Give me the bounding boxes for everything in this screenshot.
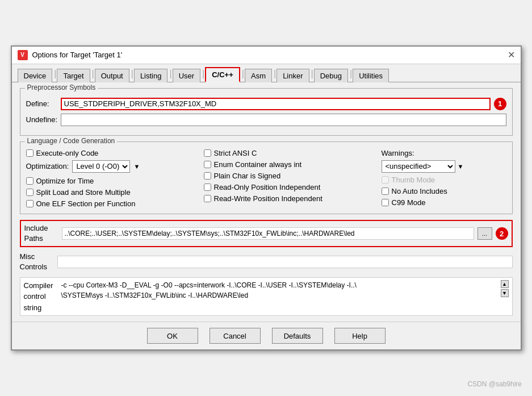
optimization-select[interactable]: Level 0 (-O0) [72, 160, 130, 173]
preprocessor-group: Preprocessor Symbols Define: 1 Undefine: [20, 88, 513, 136]
read-only-pos-checkbox[interactable] [204, 184, 211, 191]
plain-char-label: Plain Char is Signed [214, 172, 281, 180]
ok-button[interactable]: OK [147, 328, 198, 344]
misc-controls-section: MiscControls [20, 252, 513, 272]
plain-char-row: Plain Char is Signed [204, 172, 382, 180]
execute-only-row: Execute-only Code [26, 149, 204, 157]
no-auto-includes-row: No Auto Includes [382, 187, 506, 195]
thumb-mode-row: Thumb Mode [382, 176, 506, 184]
c99-mode-checkbox[interactable] [382, 199, 389, 206]
read-write-pos-label: Read-Write Position Independent [214, 194, 322, 203]
content-area: Preprocessor Symbols Define: 1 Undefine:… [12, 82, 521, 322]
cancel-button[interactable]: Cancel [210, 328, 261, 344]
include-paths-browse-button[interactable]: ... [477, 227, 492, 240]
tab-cpp[interactable]: C/C++ [205, 67, 240, 82]
compiler-line1: -c --cpu Cortex-M3 -D__EVAL -g -O0 --apc… [61, 280, 497, 290]
tab-listing[interactable]: Listing [134, 69, 168, 82]
lang-col-3: Warnings: <unspecified> ▼ Thumb Mode [382, 149, 506, 208]
no-auto-includes-checkbox[interactable] [382, 187, 389, 195]
tab-bar: Device | Target | Output | Listing | Use… [12, 64, 521, 82]
optimization-row: Optimization: Level 0 (-O0) ▼ [26, 160, 204, 173]
split-load-row: Split Load and Store Multiple [26, 188, 204, 197]
lang-col-2: Strict ANSI C Enum Container always int … [204, 149, 382, 208]
strict-ansi-row: Strict ANSI C [204, 149, 382, 157]
app-icon: V [18, 50, 28, 60]
tab-device[interactable]: Device [18, 69, 53, 82]
language-group: Language / Code Generation Execute-only … [20, 141, 513, 214]
language-group-title: Language / Code Generation [25, 137, 118, 145]
include-paths-label: IncludePaths [24, 223, 58, 244]
include-paths-input[interactable] [62, 227, 474, 240]
plain-char-checkbox[interactable] [204, 172, 211, 180]
one-elf-row: One ELF Section per Function [26, 199, 204, 208]
enum-container-row: Enum Container always int [204, 160, 382, 169]
tab-output[interactable]: Output [95, 69, 129, 82]
dialog-title: Options for Target 'Target 1' [32, 51, 123, 59]
compiler-scroll: ▲ ▼ [501, 280, 509, 297]
enum-container-label: Enum Container always int [214, 160, 302, 169]
split-load-checkbox[interactable] [26, 189, 33, 196]
c99-mode-label: C99 Mode [392, 198, 426, 207]
compiler-scroll-down[interactable]: ▼ [501, 289, 509, 297]
badge-2: 2 [496, 227, 508, 240]
undefine-input[interactable] [61, 114, 506, 126]
thumb-mode-checkbox[interactable] [382, 176, 389, 184]
dialog-window: V Options for Target 'Target 1' ✕ Device… [11, 45, 522, 351]
close-button[interactable]: ✕ [508, 51, 515, 60]
language-columns: Execute-only Code Optimization: Level 0 … [26, 149, 506, 208]
warnings-select[interactable]: <unspecified> [382, 160, 455, 173]
read-only-pos-label: Read-Only Position Independent [214, 183, 321, 191]
read-write-pos-checkbox[interactable] [204, 195, 211, 202]
define-row: Define: 1 [26, 98, 506, 110]
warnings-select-row: <unspecified> ▼ [382, 160, 506, 173]
strict-ansi-label: Strict ANSI C [214, 149, 257, 157]
c99-mode-row: C99 Mode [382, 198, 506, 207]
warnings-label: Warnings: [382, 149, 414, 157]
badge-1: 1 [494, 98, 506, 110]
watermark: CSDN @sab9hire [467, 380, 522, 388]
compiler-label: Compilercontrolstring [24, 280, 58, 314]
undefine-label: Undefine: [26, 115, 58, 124]
read-write-pos-row: Read-Write Position Independent [204, 194, 382, 203]
optimize-time-row: Optimize for Time [26, 177, 204, 185]
compiler-section: Compilercontrolstring -c --cpu Cortex-M3… [20, 277, 513, 316]
defaults-button[interactable]: Defaults [272, 328, 323, 344]
one-elf-label: One ELF Section per Function [36, 199, 136, 208]
misc-controls-input[interactable] [57, 256, 513, 268]
optimize-time-checkbox[interactable] [26, 177, 33, 185]
execute-only-label: Execute-only Code [36, 149, 99, 157]
enum-container-checkbox[interactable] [204, 161, 211, 168]
optimization-label: Optimization: [26, 162, 69, 170]
compiler-text-area: -c --cpu Cortex-M3 -D__EVAL -g -O0 --apc… [61, 280, 497, 301]
strict-ansi-checkbox[interactable] [204, 149, 211, 157]
compiler-line2: \SYSTEM\sys -I..\STM32F10x_FWLib\inc -I.… [61, 290, 497, 301]
compiler-scroll-up[interactable]: ▲ [501, 280, 509, 288]
define-label: Define: [26, 99, 57, 108]
tab-utilities[interactable]: Utilities [353, 69, 389, 82]
tab-linker[interactable]: Linker [277, 69, 309, 82]
tab-asm[interactable]: Asm [245, 69, 272, 82]
define-input[interactable] [61, 98, 491, 110]
title-bar: V Options for Target 'Target 1' ✕ [12, 47, 521, 64]
misc-controls-label: MiscControls [20, 252, 54, 272]
tab-debug[interactable]: Debug [314, 69, 348, 82]
thumb-mode-label: Thumb Mode [392, 176, 435, 184]
one-elf-checkbox[interactable] [26, 200, 33, 207]
split-load-label: Split Load and Store Multiple [36, 188, 131, 197]
execute-only-checkbox[interactable] [26, 149, 33, 157]
title-bar-left: V Options for Target 'Target 1' [18, 50, 123, 60]
read-only-pos-row: Read-Only Position Independent [204, 183, 382, 191]
help-button[interactable]: Help [334, 328, 386, 344]
no-auto-includes-label: No Auto Includes [392, 187, 447, 195]
include-paths-section: IncludePaths ... 2 [20, 220, 513, 247]
bottom-bar: OK Cancel Defaults Help CSDN @sab9hire [12, 322, 521, 349]
optimize-time-label: Optimize for Time [36, 177, 94, 185]
lang-col-1: Execute-only Code Optimization: Level 0 … [26, 149, 204, 208]
undefine-row: Undefine: [26, 114, 506, 126]
warnings-row: Warnings: [382, 149, 506, 157]
tab-target[interactable]: Target [57, 69, 90, 82]
preprocessor-group-title: Preprocessor Symbols [25, 84, 98, 91]
tab-user[interactable]: User [173, 69, 200, 82]
